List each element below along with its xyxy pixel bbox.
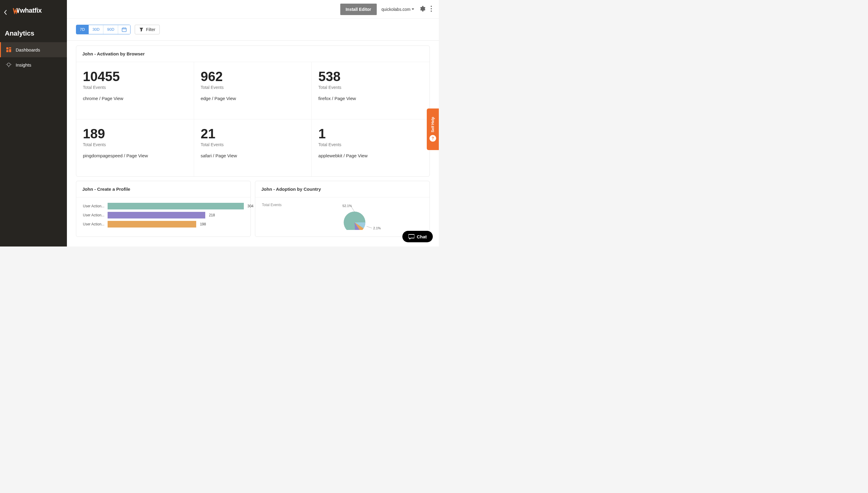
bar-value: 198 — [200, 222, 206, 226]
panel-title: John - Activation by Browser — [76, 46, 430, 62]
caret-down-icon — [412, 8, 414, 10]
funnel-icon — [139, 27, 144, 31]
svg-point-8 — [431, 6, 432, 7]
profile-panel: John - Create a Profile User Action...30… — [76, 181, 251, 237]
metric-sub: Total Events — [83, 142, 187, 147]
metric-sub: Total Events — [318, 142, 423, 147]
metric-sub: Total Events — [83, 85, 187, 90]
metric-tile: 189 Total Events pingdompagespeed / Page… — [76, 119, 194, 176]
bar-chart: User Action...304User Action...218User A… — [76, 197, 251, 235]
svg-rect-11 — [122, 28, 126, 31]
svg-point-4 — [7, 63, 10, 66]
kebab-menu-icon[interactable] — [430, 5, 432, 13]
metric-value: 10455 — [83, 70, 187, 83]
metric-label: safari / Page View — [201, 153, 305, 158]
bar-track: 218 — [108, 212, 244, 218]
metric-sub: Total Events — [201, 85, 305, 90]
content: John - Activation by Browser 10455 Total… — [67, 41, 439, 246]
country-panel: John - Adoption by Country Total Events … — [255, 181, 430, 237]
bar-track: 304 — [108, 203, 244, 210]
bar-row: User Action...198 — [83, 221, 244, 228]
svg-line-17 — [367, 226, 372, 228]
metric-sub: Total Events — [318, 85, 423, 90]
metric-tile: 538 Total Events firefox / Page View — [312, 62, 430, 119]
metric-value: 962 — [201, 70, 305, 83]
bar-label: User Action... — [83, 204, 108, 208]
metric-value: 21 — [201, 127, 305, 141]
topbar: Install Editor quickolabs.com — [67, 0, 439, 19]
section-title: Analytics — [0, 21, 67, 42]
main: Install Editor quickolabs.com 7D 30D 90D… — [67, 0, 439, 246]
bar-row: User Action...304 — [83, 203, 244, 210]
metrics-grid: 10455 Total Events chrome / Page View 96… — [76, 62, 430, 176]
range-30d[interactable]: 30D — [89, 25, 104, 34]
chat-bubble-icon — [408, 234, 414, 239]
bottom-row: John - Create a Profile User Action...30… — [76, 181, 430, 241]
question-mark-icon: ? — [430, 135, 436, 142]
filter-label: Filter — [146, 27, 155, 32]
self-help-tab[interactable]: Self Help ? — [427, 108, 439, 150]
brand-name: whatfix — [20, 7, 42, 15]
back-arrow-icon[interactable] — [4, 9, 7, 16]
bar-fill — [108, 221, 196, 228]
metric-label: firefox / Page View — [318, 96, 423, 101]
svg-rect-0 — [6, 47, 8, 49]
sidebar-item-label: Dashboards — [16, 47, 40, 52]
bar-label: User Action... — [83, 222, 108, 226]
domain-label: quickolabs.com — [382, 7, 411, 12]
sidebar-item-dashboards[interactable]: Dashboards — [0, 42, 67, 57]
chat-label: Chat — [417, 234, 427, 239]
pie-svg: 52.1% 2.1% — [282, 203, 423, 230]
range-7d[interactable]: 7D — [76, 25, 89, 34]
metric-value: 538 — [318, 70, 423, 83]
dashboard-icon — [6, 47, 12, 52]
filter-button[interactable]: Filter — [135, 25, 160, 34]
metric-label: edge / Page View — [201, 96, 305, 101]
pie-chart: Total Events 52.1% 2.1% — [255, 197, 430, 237]
metric-label: pingdompagespeed / Page View — [83, 153, 187, 158]
bar-value: 218 — [209, 213, 215, 217]
metric-label: chrome / Page View — [83, 96, 187, 101]
pie-label: Total Events — [262, 203, 282, 231]
self-help-label: Self Help — [431, 117, 435, 132]
metric-tile: 1 Total Events applewebkit / Page View — [312, 119, 430, 176]
svg-rect-1 — [9, 47, 11, 48]
lightbulb-icon — [6, 62, 12, 67]
svg-point-10 — [431, 10, 432, 12]
metric-value: 189 — [83, 127, 187, 141]
activation-panel: John - Activation by Browser 10455 Total… — [76, 45, 430, 177]
chat-button[interactable]: Chat — [403, 231, 433, 242]
panel-title: John - Create a Profile — [76, 181, 251, 197]
metric-label: applewebkit / Page View — [318, 153, 423, 158]
svg-point-9 — [431, 8, 432, 9]
date-range-segmented: 7D 30D 90D — [76, 25, 130, 34]
svg-rect-3 — [9, 49, 11, 52]
metric-tile: 962 Total Events edge / Page View — [194, 62, 312, 119]
panel-title: John - Adoption by Country — [255, 181, 430, 197]
pie-pct-b: 2.1% — [373, 226, 381, 230]
brand-logo: whatfix — [0, 0, 67, 21]
filters-row: 7D 30D 90D Filter — [67, 19, 439, 41]
bar-label: User Action... — [83, 213, 108, 217]
calendar-icon — [122, 27, 127, 32]
sidebar-item-insights[interactable]: Insights — [0, 57, 67, 72]
bar-value: 304 — [247, 204, 254, 208]
install-editor-button[interactable]: Install Editor — [340, 4, 377, 15]
gear-icon[interactable] — [419, 5, 426, 13]
bar-track: 198 — [108, 221, 244, 228]
bar-fill — [108, 212, 205, 218]
bar-row: User Action...218 — [83, 212, 244, 218]
sidebar-item-label: Insights — [16, 62, 31, 67]
metric-sub: Total Events — [201, 142, 305, 147]
range-custom-calendar[interactable] — [118, 25, 130, 34]
pie-pct-a: 52.1% — [343, 204, 352, 208]
metric-value: 1 — [318, 127, 423, 141]
range-90d[interactable]: 90D — [103, 25, 118, 34]
svg-rect-2 — [6, 50, 8, 52]
bar-fill — [108, 203, 244, 210]
sidebar: whatfix Analytics Dashboards Insights — [0, 0, 67, 246]
metric-tile: 21 Total Events safari / Page View — [194, 119, 312, 176]
svg-line-15 — [352, 207, 355, 212]
metric-tile: 10455 Total Events chrome / Page View — [76, 62, 194, 119]
domain-dropdown[interactable]: quickolabs.com — [382, 7, 414, 12]
